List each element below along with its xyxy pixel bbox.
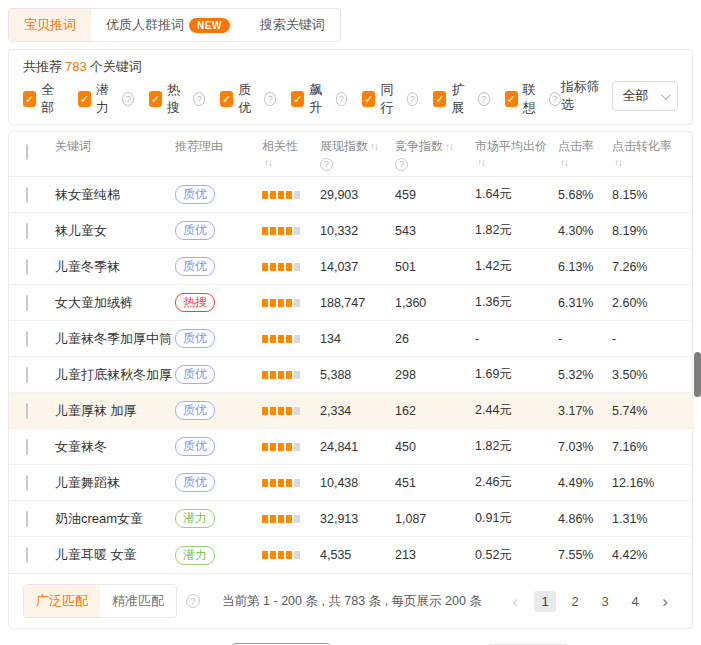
scrollbar-thumb[interactable] [694,352,701,397]
checkbox-checked-icon[interactable]: ✓ [291,91,304,107]
sort-icon[interactable]: ↑↓ [477,157,485,168]
row-checkbox[interactable] [26,439,28,455]
table-row[interactable]: 儿童冬季袜 质优 14,037 501 1.42元 6.13% 7.26% [9,249,692,285]
sort-icon[interactable]: ↑↓ [445,141,453,152]
summary-prefix: 共推荐 [23,59,62,74]
help-icon[interactable]: ? [122,92,134,106]
help-icon[interactable]: ? [193,92,205,106]
col-keyword[interactable]: 关键词 [55,138,175,154]
filter-item[interactable]: ✓ 热搜 ? [149,81,205,117]
help-icon[interactable]: ? [395,158,408,171]
filter-item[interactable]: ✓ 质优 ? [220,81,276,117]
col-relevance[interactable]: 相关性↑↓ [262,138,320,171]
row-checkbox[interactable] [26,331,28,347]
row-checkbox[interactable] [26,367,28,383]
table-row[interactable]: 袜儿童女 质优 10,332 543 1.82元 4.30% 8.19% [9,213,692,249]
prev-page-icon[interactable]: ‹ [504,592,526,611]
competition-cell: 450 [395,440,475,454]
page-button[interactable]: 1 [534,591,556,612]
col-reason[interactable]: 推荐理由 [175,138,262,154]
checkbox-checked-icon[interactable]: ✓ [23,91,36,107]
competition-cell: 162 [395,404,475,418]
help-icon[interactable]: ? [320,158,333,171]
help-icon[interactable]: ? [549,92,561,106]
cvr-cell: 8.15% [612,188,692,202]
metric-filter-select[interactable]: 全部 [612,81,678,111]
table-row[interactable]: 女童袜冬 质优 24,841 450 1.82元 7.03% 7.16% [9,429,692,465]
row-checkbox[interactable] [26,295,28,311]
col-impressions[interactable]: 展现指数↑↓? [320,138,395,171]
ctr-cell: 7.55% [558,548,612,562]
relevance-bars [262,515,300,523]
table-row[interactable]: 儿童打底袜秋冬加厚 质优 5,388 298 1.69元 5.32% 3.50% [9,357,692,393]
filter-row: ✓ 全部 ✓ 潜力 ? ✓ 热搜 ? ✓ 质优 ? ✓ 飙升 ? ✓ 同行 ? … [23,81,678,117]
help-icon[interactable]: ? [407,92,419,106]
tab-label: 优质人群推词 [106,16,184,34]
checkbox-checked-icon[interactable]: ✓ [78,91,91,107]
tab-search-keywords[interactable]: 搜索关键词 [245,9,340,41]
page-button[interactable]: 3 [594,591,616,612]
filter-item[interactable]: ✓ 同行 ? [362,81,418,117]
summary-suffix: 个关键词 [90,59,142,74]
keyword-cell: 儿童耳暖 女童 [55,546,175,564]
filter-item[interactable]: ✓ 扩展 ? [433,81,489,117]
page-button[interactable]: 2 [564,591,586,612]
tab-label: 宝贝推词 [24,16,76,34]
row-checkbox[interactable] [26,187,28,203]
filter-item[interactable]: ✓ 潜力 ? [78,81,134,117]
page-button[interactable]: 4 [624,591,646,612]
impressions-cell: 14,037 [320,260,395,274]
row-checkbox[interactable] [26,511,28,527]
broad-match-button[interactable]: 广泛匹配 [24,585,100,617]
row-checkbox[interactable] [26,223,28,239]
row-checkbox[interactable] [26,547,28,563]
table-row[interactable]: 女大童加绒裤 热搜 188,747 1,360 1.36元 6.31% 2.60… [9,285,692,321]
checkbox-checked-icon[interactable]: ✓ [362,91,375,107]
select-all-checkbox[interactable] [26,144,28,160]
cvr-cell: 5.74% [612,404,692,418]
checkbox-checked-icon[interactable]: ✓ [220,91,233,107]
filter-label: 飙升 [309,81,330,117]
col-avg-bid[interactable]: 市场平均出价↑↓ [475,138,558,171]
filter-item[interactable]: ✓ 飙升 ? [291,81,347,117]
sort-icon[interactable]: ↑↓ [370,141,378,152]
keyword-cell: 儿童舞蹈袜 [55,474,175,492]
exact-match-button[interactable]: 精准匹配 [100,585,176,617]
help-icon[interactable]: ? [264,92,276,106]
help-icon[interactable]: ? [336,92,348,106]
help-icon[interactable]: ? [186,594,200,608]
filter-label: 扩展 [451,81,472,117]
impressions-cell: 4,535 [320,548,395,562]
row-checkbox[interactable] [26,259,28,275]
ctr-cell: 6.31% [558,296,612,310]
table-row[interactable]: 奶油cream女童 潜力 32,913 1,087 0.91元 4.86% 1.… [9,501,692,537]
keyword-count: 783 [65,59,87,74]
row-checkbox[interactable] [26,403,28,419]
checkbox-checked-icon[interactable]: ✓ [433,91,446,107]
sort-icon[interactable]: ↑↓ [614,157,622,168]
table-row[interactable]: 袜女童纯棉 质优 29,903 459 1.64元 5.68% 8.15% [9,177,692,213]
avg-bid-cell: 1.42元 [475,258,558,275]
table-row[interactable]: 儿童厚袜 加厚 质优 2,334 162 2.44元 3.17% 5.74% [9,393,692,429]
filter-item[interactable]: ✓ 联想 ? [505,81,561,117]
sort-icon[interactable]: ↑↓ [560,157,568,168]
sort-icon[interactable]: ↑↓ [264,157,272,168]
table-row[interactable]: 儿童耳暖 女童 潜力 4,535 213 0.52元 7.55% 4.42% [9,537,692,573]
filter-item[interactable]: ✓ 全部 [23,81,63,117]
avg-bid-cell: 1.69元 [475,366,558,383]
tab-audience-recommend[interactable]: 优质人群推词 NEW [91,9,245,41]
tab-item-recommend[interactable]: 宝贝推词 [9,9,91,41]
col-cvr[interactable]: 点击转化率↑↓ [612,138,692,171]
help-icon[interactable]: ? [478,92,490,106]
relevance-bars [262,443,300,451]
col-competition[interactable]: 竞争指数↑↓? [395,138,475,171]
keyword-cell: 儿童厚袜 加厚 [55,402,175,420]
table-row[interactable]: 儿童舞蹈袜 质优 10,438 451 2.46元 4.49% 12.16% [9,465,692,501]
checkbox-checked-icon[interactable]: ✓ [505,91,518,107]
next-page-icon[interactable]: › [654,592,676,611]
keyword-cell: 女童袜冬 [55,438,175,456]
checkbox-checked-icon[interactable]: ✓ [149,91,162,107]
table-row[interactable]: 儿童袜冬季加厚中筒 质优 134 26 - - - [9,321,692,357]
row-checkbox[interactable] [26,475,28,491]
col-ctr[interactable]: 点击率↑↓ [558,138,612,171]
